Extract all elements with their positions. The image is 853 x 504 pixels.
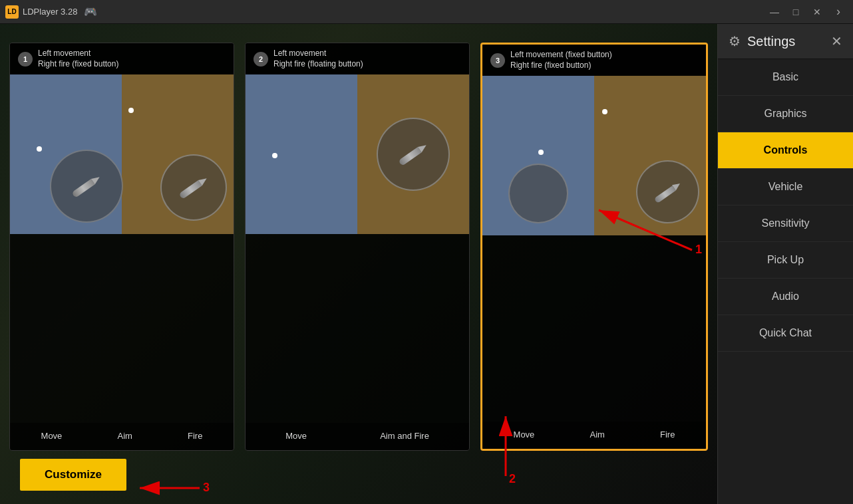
content-area: 1 Left movement Right fire (fixed button…: [0, 24, 717, 504]
card1-body: [10, 74, 234, 234]
card3-body: [482, 76, 706, 235]
titlebar-left: LD LDPlayer 3.28 🎮: [5, 5, 97, 19]
card2-labels: Move Aim and Fire: [246, 423, 469, 450]
extra-button[interactable]: ›: [829, 5, 848, 19]
card3-move-dot: [538, 150, 544, 155]
card2-body: [246, 74, 469, 234]
sidebar-item-vehicle[interactable]: Vehicle: [718, 169, 853, 205]
sidebar-item-sensitivity[interactable]: Sensitivity: [718, 205, 853, 242]
card1-move-joystick: [50, 150, 123, 223]
card3-move-joystick: [508, 164, 568, 223]
close-window-button[interactable]: ✕: [808, 5, 826, 19]
minimize-button[interactable]: —: [765, 5, 784, 19]
card1-header: 1 Left movement Right fire (fixed button…: [10, 43, 234, 74]
settings-header: ⚙ Settings ✕: [718, 24, 853, 59]
card3-right-panel: [594, 76, 706, 235]
control-card-2[interactable]: 2 Left movement Right fire (floating but…: [245, 43, 470, 451]
sidebar-item-graphics[interactable]: Graphics: [718, 96, 853, 132]
card2-label-aim-fire: Aim and Fire: [380, 431, 429, 441]
control-card-1[interactable]: 1 Left movement Right fire (fixed button…: [9, 43, 234, 451]
card2-left-panel: [246, 74, 357, 234]
card1-labels: Move Aim Fire: [10, 423, 234, 450]
sidebar-item-quickchat[interactable]: Quick Chat: [718, 315, 853, 352]
card1-label-move: Move: [41, 431, 63, 441]
app-logo: LD: [5, 5, 19, 19]
card3-label-move: Move: [514, 430, 535, 440]
card3-header: 3 Left movement (fixed button) Right fir…: [482, 45, 706, 76]
card3-number: 3: [490, 53, 505, 68]
settings-title: Settings: [747, 34, 795, 49]
card2-fire-joystick: [377, 118, 450, 191]
control-card-3[interactable]: 3 Left movement (fixed button) Right fir…: [480, 43, 708, 451]
sidebar-item-basic[interactable]: Basic: [718, 59, 853, 96]
card1-label-fire: Fire: [188, 431, 202, 441]
card2-title: Left movement Right fire (floating butto…: [273, 49, 363, 69]
card3-left-panel: [482, 76, 594, 235]
card1-fire-joystick: [160, 154, 227, 221]
titlebar: LD LDPlayer 3.28 🎮 — □ ✕ ›: [0, 0, 853, 24]
logo-text: LD: [7, 8, 16, 15]
card2-right-panel: [357, 74, 469, 234]
sidebar-item-controls[interactable]: Controls: [718, 132, 853, 169]
card3-fire-joystick: [636, 160, 699, 223]
customize-button[interactable]: Customize: [20, 459, 126, 491]
card3-label-fire: Fire: [660, 430, 675, 440]
card1-aim-dot: [128, 108, 134, 113]
card2-header: 2 Left movement Right fire (floating but…: [246, 43, 469, 74]
main-layout: 1 Left movement Right fire (fixed button…: [0, 24, 853, 504]
card1-number: 1: [18, 52, 33, 66]
card2-label-move: Move: [285, 431, 307, 441]
card1-label-aim: Aim: [118, 431, 132, 441]
cards-wrapper: 1 Left movement Right fire (fixed button…: [9, 43, 708, 451]
card2-number: 2: [254, 52, 268, 66]
sidebar-item-pickup[interactable]: Pick Up: [718, 242, 853, 279]
gamepad-icon: 🎮: [84, 5, 97, 18]
card3-label-aim: Aim: [590, 430, 605, 440]
maximize-button[interactable]: □: [786, 5, 805, 19]
titlebar-controls: — □ ✕ ›: [765, 5, 848, 19]
card3-title: Left movement (fixed button) Right fire …: [510, 50, 612, 70]
sidebar: ⚙ Settings ✕ Basic Graphics Controls Veh…: [717, 24, 853, 504]
card3-aim-dot: [602, 109, 607, 114]
sidebar-item-audio[interactable]: Audio: [718, 279, 853, 315]
card1-title: Left movement Right fire (fixed button): [38, 49, 118, 69]
settings-gear-icon: ⚙: [729, 33, 741, 49]
card1-right-panel: [122, 74, 234, 234]
card3-labels: Move Aim Fire: [482, 422, 706, 449]
settings-close-icon[interactable]: ✕: [831, 33, 842, 49]
app-title: LDPlayer 3.28: [23, 7, 77, 17]
